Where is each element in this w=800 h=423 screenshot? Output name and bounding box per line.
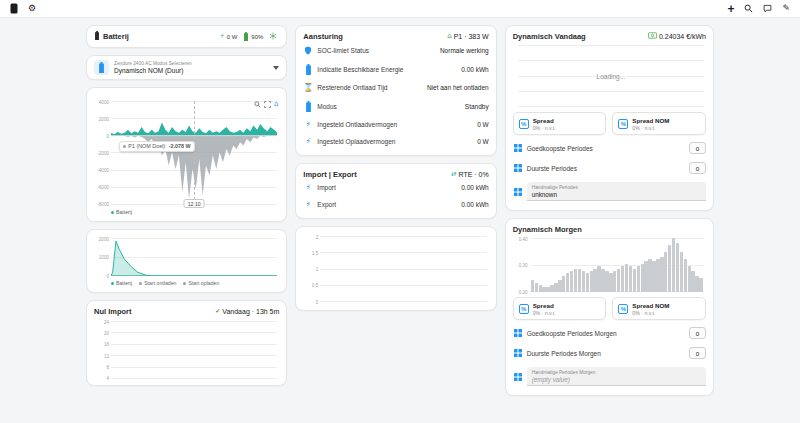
- grid-icon: [513, 373, 523, 381]
- battery-soc-badge[interactable]: 90%: [243, 32, 263, 42]
- tooltip-series-dot: [123, 145, 126, 148]
- battery-power-badge[interactable]: ⚡ 0 W: [220, 33, 237, 40]
- tomorrow-price-plot[interactable]: 0.400.300.20: [530, 238, 704, 292]
- import-export-chart-card: 21.510.50: [295, 226, 496, 311]
- most-expensive-periods-tomorrow-value[interactable]: 0: [689, 347, 706, 359]
- spread-buttons: % Spread 0% · n.v.t. % Spread NOM 0% · n…: [513, 297, 706, 320]
- battery-actions-plot[interactable]: 200010000: [111, 238, 277, 276]
- price-bar: [699, 278, 702, 292]
- grid-icon: [513, 164, 523, 172]
- y-tick-label: -6000: [94, 185, 109, 190]
- spread-button[interactable]: % Spread 0% · n.v.t.: [513, 112, 607, 135]
- battery-power-plot[interactable]: 400020000-2000-4000-6000-8000 P1 (NOM Do…: [111, 101, 277, 205]
- price-bar: [656, 259, 659, 292]
- y-tick-label: 4000: [94, 100, 109, 105]
- today-price-plot[interactable]: Loading...: [518, 45, 704, 107]
- price-bar: [593, 269, 596, 292]
- chart-toolbar: ⌂: [254, 101, 278, 108]
- today-price-chart[interactable]: Loading...: [513, 45, 706, 107]
- legend-start-opladen[interactable]: Start opladen: [183, 280, 219, 286]
- price-bar: [617, 269, 620, 292]
- manual-periods-tomorrow-input[interactable]: Handmatige Periodes Morgen (empty value): [527, 367, 706, 386]
- row-soc-limit-status[interactable]: SOC-limiet Status Normale werking: [303, 41, 488, 59]
- flash-icon: ⚡: [303, 201, 313, 209]
- row-available-energy[interactable]: Indicatie Beschikbare Energie 0.00 kWh: [303, 59, 488, 79]
- mode-select-dropdown[interactable]: Zendure 2400 AC Modus Selecteren Dynamis…: [86, 55, 287, 80]
- price-bar: [605, 271, 608, 292]
- dynamisch-morgen-card: Dynamisch Morgen 0.400.300.20 % Spread 0…: [505, 218, 714, 396]
- aansturing-card: Aansturing ⌂ P1 · 383 W SOC-limiet Statu…: [295, 25, 496, 156]
- battery-power-chart[interactable]: ⌂ 400020000-2000-4000-6000-8000 P1 (NOM …: [94, 101, 279, 215]
- cheapest-periods-value[interactable]: 0: [689, 142, 706, 154]
- price-bar: [641, 264, 644, 292]
- spread-buttons: % Spread 0% · n.v.t. % Spread NOM 0% · n…: [513, 112, 706, 135]
- y-tick-label: -8000: [94, 202, 109, 207]
- cheapest-periods-row[interactable]: Goedkoopste Periodes 0: [513, 138, 706, 158]
- legend-batterij[interactable]: Batterij: [111, 280, 132, 286]
- y-tick-label: 0.5: [303, 283, 318, 288]
- nul-import-plot[interactable]: 2420161284: [111, 321, 277, 379]
- tooltip-value: -2.078 W: [169, 143, 191, 149]
- nul-import-status-badge[interactable]: ✔ Vandaag · 13h 5m: [215, 308, 279, 315]
- y-tick-label: 0.40: [513, 237, 528, 242]
- gridline: 4: [111, 378, 277, 379]
- battery-cooling-badge[interactable]: [269, 32, 279, 41]
- price-badge[interactable]: 0.24034 €/kWh: [648, 32, 706, 40]
- row-set-charge-power[interactable]: ⚡ Ingesteld Oplaadvermogen 0 W: [303, 133, 488, 150]
- edit-pencil-icon[interactable]: ✎: [782, 4, 790, 13]
- y-tick-label: 0: [94, 274, 109, 279]
- device-icon[interactable]: [10, 3, 18, 14]
- aansturing-rows: SOC-limiet Status Normale werking Indica…: [303, 41, 488, 150]
- spread-nom-button[interactable]: % Spread NOM 0% · n.v.t.: [612, 112, 706, 135]
- flash-icon: ⚡: [220, 33, 225, 40]
- most-expensive-periods-tomorrow-row[interactable]: Duurste Periodes Morgen 0: [513, 343, 706, 363]
- price-bar: [558, 280, 561, 292]
- import-export-plot[interactable]: 21.510.50: [320, 236, 486, 302]
- spread-nom-button[interactable]: % Spread NOM 0% · n.v.t.: [612, 297, 706, 320]
- rte-badge[interactable]: ⇄ RTE · 0%: [451, 171, 489, 178]
- hourglass-icon: ⌛: [303, 84, 313, 92]
- y-tick-label: 16: [94, 342, 109, 347]
- manual-periods-input[interactable]: Handmatige Periodes unknown: [527, 182, 706, 201]
- mode-select-label: Zendure 2400 AC Modus Selecteren: [114, 61, 268, 66]
- home-icon[interactable]: ⌂: [274, 101, 278, 108]
- spread-button[interactable]: % Spread 0% · n.v.t.: [513, 297, 607, 320]
- battery-actions-chart[interactable]: 200010000 Batterij Start ontladen Start …: [94, 238, 279, 286]
- search-icon[interactable]: [744, 4, 753, 13]
- y-tick-label: 1.5: [303, 251, 318, 256]
- rte-value: RTE · 0%: [458, 171, 488, 178]
- zoom-icon[interactable]: [254, 101, 261, 108]
- settings-gear-icon[interactable]: ⚙: [28, 4, 36, 13]
- add-icon[interactable]: +: [727, 2, 734, 16]
- legend-label: Batterij: [116, 209, 132, 215]
- gridline: 16: [111, 344, 277, 345]
- row-export[interactable]: ⚡ Export 0.00 kWh: [303, 196, 488, 213]
- swap-arrows-icon: ⇄: [451, 171, 456, 178]
- x-axis-cursor-label: 12:10: [184, 199, 205, 208]
- cheapest-periods-tomorrow-row[interactable]: Goedkoopste Periodes Morgen 0: [513, 323, 706, 343]
- cheapest-periods-tomorrow-value[interactable]: 0: [689, 327, 706, 339]
- battery-title-text: Batterij: [103, 32, 129, 41]
- most-expensive-periods-value[interactable]: 0: [689, 162, 706, 174]
- most-expensive-periods-row[interactable]: Duurste Periodes 0: [513, 158, 706, 178]
- percent-icon: %: [618, 304, 628, 314]
- price-bar: [531, 280, 534, 292]
- tomorrow-price-chart[interactable]: 0.400.300.20: [513, 238, 706, 292]
- y-tick-label: 2000: [94, 237, 109, 242]
- price-bar: [648, 259, 651, 292]
- row-remaining-discharge-time[interactable]: ⌛ Resterende Ontlaad Tijd Niet aan het o…: [303, 79, 488, 96]
- expand-icon[interactable]: [264, 101, 271, 108]
- p1-power-badge[interactable]: ⌂ P1 · 383 W: [447, 33, 488, 40]
- period-rows: Goedkoopste Periodes 0 Duurste Periodes …: [513, 138, 706, 205]
- row-import[interactable]: ⚡ Import 0.00 kWh: [303, 179, 488, 196]
- chat-icon[interactable]: [763, 4, 772, 13]
- manual-periods-row[interactable]: Handmatige Periodes unknown: [513, 178, 706, 205]
- price-bar: [660, 257, 663, 292]
- row-set-discharge-power[interactable]: ⚡ Ingesteld Ontlaadvermogen 0 W: [303, 116, 488, 133]
- manual-periods-tomorrow-row[interactable]: Handmatige Periodes Morgen (empty value): [513, 363, 706, 390]
- row-modus[interactable]: Modus Standby: [303, 96, 488, 116]
- import-export-chart[interactable]: 21.510.50: [303, 236, 488, 302]
- legend-start-ontladen[interactable]: Start ontladen: [139, 280, 176, 286]
- nul-import-chart[interactable]: 2420161284: [94, 321, 279, 379]
- legend-batterij[interactable]: Batterij: [111, 209, 132, 215]
